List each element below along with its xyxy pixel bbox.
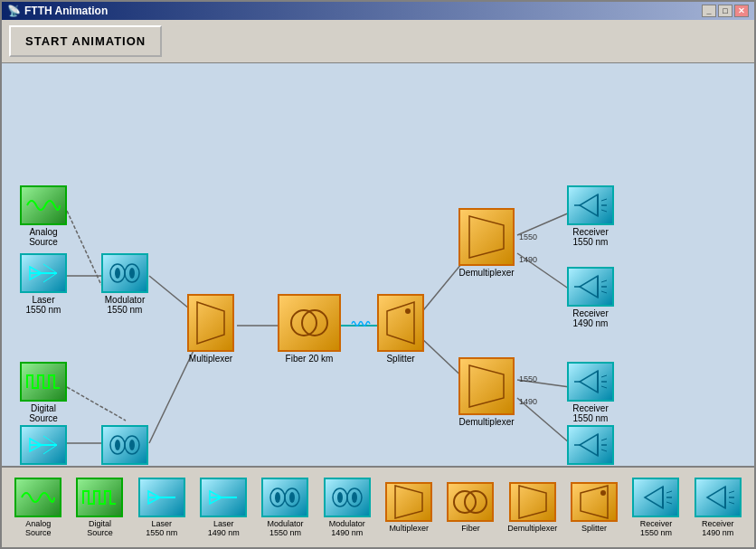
svg-point-48 — [291, 310, 317, 336]
receiver-1490-bottom-component[interactable]: Receiver1490 nm — [567, 425, 614, 466]
palette-modulator-1550[interactable]: Modulator1550 nm — [256, 478, 314, 537]
svg-line-17 — [517, 213, 570, 235]
svg-marker-101 — [707, 487, 725, 508]
splitter-component[interactable]: Splitter — [377, 294, 424, 364]
svg-point-46 — [129, 440, 135, 450]
palette-digital-source[interactable]: DigitalSource — [71, 478, 128, 537]
palette-receiver-1550[interactable]: Receiver1550 nm — [627, 478, 685, 537]
svg-line-70 — [601, 375, 607, 377]
demux-top-component[interactable]: Demultiplexer — [458, 208, 515, 278]
demux-bottom-component[interactable]: Demultiplexer — [458, 357, 515, 427]
svg-line-0 — [67, 211, 101, 285]
palette-multiplexer[interactable]: Multiplexer — [380, 482, 438, 533]
modulator-1490-component[interactable]: Modulator1490 nm — [101, 425, 148, 466]
laser-1550-top-component[interactable]: Laser1550 nm — [20, 253, 67, 315]
svg-line-23 — [517, 398, 570, 443]
palette-laser-1490[interactable]: Laser1490 nm — [194, 478, 252, 537]
svg-marker-66 — [580, 371, 598, 393]
palette-splitter[interactable]: Splitter — [565, 482, 623, 533]
start-animation-button[interactable]: START ANIMATION — [9, 25, 162, 57]
palette-demultiplexer[interactable]: Demultiplexer — [504, 482, 562, 533]
svg-line-77 — [601, 450, 607, 451]
svg-line-59 — [601, 210, 607, 212]
palette-modulator-1490[interactable]: Modulator1490 nm — [318, 478, 376, 537]
svg-marker-72 — [580, 434, 598, 456]
svg-point-36 — [115, 268, 120, 279]
svg-text:1490: 1490 — [519, 397, 537, 406]
window-icon: 📡 — [7, 5, 21, 17]
palette-fiber[interactable]: Fiber — [441, 482, 499, 533]
title-bar-controls: _ □ ✕ — [702, 5, 749, 17]
svg-text:1550: 1550 — [519, 232, 537, 241]
svg-marker-93 — [519, 486, 546, 518]
svg-text:1550: 1550 — [519, 374, 537, 383]
palette-analog-source[interactable]: AnalogSource — [9, 478, 67, 537]
svg-marker-96 — [645, 487, 663, 508]
svg-point-95 — [600, 490, 606, 496]
digital-source-component[interactable]: DigitalSource — [20, 362, 67, 423]
maximize-button[interactable]: □ — [718, 5, 732, 17]
toolbar: START ANIMATION — [2, 20, 754, 63]
component-palette: AnalogSource DigitalSource Laser1550 nm — [2, 466, 754, 547]
svg-line-41 — [43, 436, 57, 445]
fiber-component[interactable]: Fiber 20 km — [278, 294, 341, 364]
svg-marker-90 — [395, 486, 422, 518]
receiver-1550-bottom-component[interactable]: Receiver1550 nm — [567, 362, 614, 423]
svg-point-87 — [337, 492, 343, 503]
svg-line-42 — [43, 445, 57, 454]
title-bar: 📡 FTTH Animation _ □ ✕ — [2, 2, 754, 20]
svg-marker-47 — [197, 302, 224, 344]
palette-receiver-1490[interactable]: Receiver1490 nm — [689, 478, 747, 537]
palette-laser-1550[interactable]: Laser1550 nm — [133, 478, 191, 537]
svg-line-19 — [517, 253, 570, 289]
multiplexer-component[interactable]: Multiplexer — [187, 294, 234, 364]
modulator-1550-component[interactable]: Modulator1550 nm — [101, 253, 148, 315]
svg-line-34 — [43, 273, 57, 282]
window-title: FTTH Animation — [24, 5, 108, 17]
svg-point-44 — [115, 440, 120, 450]
receiver-1550-top-component[interactable]: Receiver1550 nm — [567, 185, 614, 247]
svg-line-100 — [666, 502, 672, 504]
svg-point-89 — [352, 492, 357, 503]
receiver-1490-top-component[interactable]: Receiver1490 nm — [567, 267, 614, 328]
svg-line-7 — [67, 387, 126, 421]
svg-marker-52 — [469, 216, 504, 258]
canvas-area: 1550 1490 1550 1490 1550 1490 AnalogSour… — [2, 63, 754, 466]
analog-source-component[interactable]: AnalogSource — [20, 185, 67, 247]
svg-line-33 — [43, 264, 57, 273]
svg-point-38 — [129, 268, 135, 279]
svg-line-64 — [601, 280, 607, 282]
minimize-button[interactable]: _ — [702, 5, 716, 17]
svg-line-76 — [601, 439, 607, 440]
svg-line-99 — [666, 491, 672, 493]
svg-line-65 — [601, 291, 607, 293]
svg-point-83 — [275, 492, 280, 503]
svg-marker-53 — [469, 365, 504, 407]
close-button[interactable]: ✕ — [734, 5, 749, 17]
main-window: 📡 FTTH Animation _ □ ✕ START ANIMATION — [0, 0, 756, 549]
svg-line-58 — [601, 199, 607, 201]
svg-marker-54 — [580, 194, 598, 216]
svg-marker-50 — [387, 302, 414, 344]
svg-point-51 — [405, 308, 411, 314]
svg-marker-60 — [580, 276, 598, 298]
svg-line-71 — [601, 386, 607, 388]
signal-wave — [350, 315, 373, 335]
svg-point-85 — [289, 492, 295, 503]
svg-line-104 — [729, 491, 734, 493]
svg-text:1490: 1490 — [519, 255, 537, 264]
svg-line-105 — [729, 502, 734, 504]
svg-line-21 — [517, 380, 570, 387]
laser-1490-component[interactable]: Laser1490 nm — [20, 425, 67, 466]
svg-point-49 — [302, 310, 327, 336]
